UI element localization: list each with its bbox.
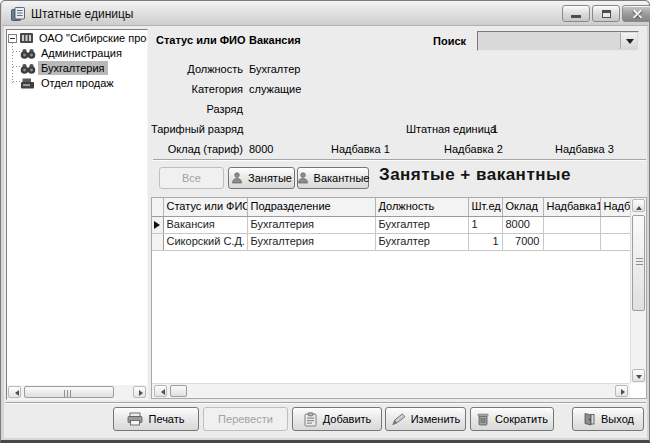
edit-button[interactable]: Изменить xyxy=(385,407,466,431)
bonus2-label: Надбавка 2 xyxy=(444,143,503,155)
tree-connector xyxy=(12,43,13,84)
cell-salary[interactable]: 8000 xyxy=(502,216,543,233)
table-row[interactable]: Сикорский С.Д. Бухгалтерия Бухгалтер 1 7… xyxy=(152,233,630,250)
grade-label: Разряд xyxy=(151,103,243,115)
cell-units[interactable]: 1 xyxy=(468,216,502,233)
cell-bonus2[interactable] xyxy=(600,233,630,250)
tree-item-label-selected: Бухгалтерия xyxy=(38,61,108,75)
cash-register-icon xyxy=(20,77,36,91)
staff-unit-label: Штатная единица xyxy=(406,123,496,135)
scroll-right-button[interactable] xyxy=(615,385,628,397)
scroll-left-button[interactable] xyxy=(8,386,21,398)
reduce-button[interactable]: Сократить xyxy=(470,407,554,431)
scroll-right-icon xyxy=(621,389,628,395)
column-header-units: Шт.ед. xyxy=(468,198,502,216)
scrollbar-thumb[interactable] xyxy=(170,385,187,397)
exit-door-icon xyxy=(582,412,596,426)
search-combobox[interactable] xyxy=(477,31,639,51)
exit-button[interactable]: Выход xyxy=(572,407,644,431)
status-field-value: Вакансия xyxy=(249,34,301,46)
filter-vacant-button[interactable]: Вакантные xyxy=(297,167,369,189)
scroll-left-icon xyxy=(12,390,19,396)
maximize-button[interactable] xyxy=(592,5,620,22)
tariff-grade-label: Тарифный разряд xyxy=(151,123,243,135)
category-label: Категория xyxy=(151,83,243,95)
position-label: Должность xyxy=(151,63,243,75)
bonus1-label: Надбавка 1 xyxy=(331,143,390,155)
add-label: Добавить xyxy=(323,413,372,425)
search-dropdown-button[interactable] xyxy=(620,33,637,49)
filter-busy-button[interactable]: Занятые xyxy=(228,167,295,189)
filter-result-header: Занятые + вакантные xyxy=(379,165,571,185)
scroll-up-icon xyxy=(636,203,642,210)
cell-salary[interactable]: 7000 xyxy=(502,233,543,250)
scroll-right-button[interactable] xyxy=(133,386,146,398)
scrollbar-thumb[interactable] xyxy=(632,215,645,311)
thumb-grip xyxy=(636,258,643,267)
column-header-position: Должность xyxy=(375,198,468,216)
clipboard-add-icon xyxy=(303,412,318,427)
transfer-button[interactable]: Перевести xyxy=(203,407,288,431)
cell-bonus1[interactable] xyxy=(543,216,600,233)
trash-icon xyxy=(476,412,490,426)
scroll-left-icon xyxy=(158,389,165,395)
thumb-grip xyxy=(64,390,73,397)
cell-department[interactable]: Бухгалтерия xyxy=(247,233,375,250)
scroll-down-icon xyxy=(636,375,642,382)
category-value: служащие xyxy=(249,83,301,95)
filter-all-button[interactable]: Все xyxy=(159,167,224,189)
tree-collapse-toggle[interactable] xyxy=(8,34,17,43)
add-button[interactable]: Добавить xyxy=(292,407,382,431)
grid-horizontal-scrollbar[interactable] xyxy=(152,383,630,398)
tree-connector xyxy=(13,81,20,82)
tree-horizontal-scrollbar[interactable] xyxy=(7,385,147,399)
transfer-label: Перевести xyxy=(218,413,273,425)
tree-item-label: Отдел продаж xyxy=(38,76,117,90)
tree-connector xyxy=(13,51,20,52)
cell-bonus1[interactable] xyxy=(543,233,600,250)
maximize-icon xyxy=(602,10,611,18)
row-selector-header xyxy=(152,198,163,216)
app-icon xyxy=(10,6,26,22)
tree-item-sales[interactable]: Отдел продаж xyxy=(20,76,117,91)
grid-header-row: Статус или ФИО Подразделение Должность Ш… xyxy=(152,198,630,216)
cell-bonus2[interactable] xyxy=(600,216,630,233)
salary-label: Оклад (тариф) xyxy=(151,143,243,155)
scroll-up-button[interactable] xyxy=(632,199,645,212)
tree-item-company[interactable]: ОАО "Сибирские прос xyxy=(19,31,148,46)
chevron-down-icon xyxy=(626,39,634,48)
cell-status[interactable]: Вакансия xyxy=(163,216,247,233)
close-button[interactable] xyxy=(622,5,650,22)
minimize-button[interactable] xyxy=(562,5,590,22)
cell-units[interactable]: 1 xyxy=(468,233,502,250)
row-marker-icon xyxy=(154,221,163,229)
divider xyxy=(153,159,646,161)
printer-icon xyxy=(127,412,143,426)
scroll-right-icon xyxy=(139,390,146,396)
department-tree: ОАО "Сибирские прос Администрация xyxy=(6,29,148,400)
filter-busy-label: Занятые xyxy=(248,172,292,184)
tree-item-accounting[interactable]: Бухгалтерия xyxy=(20,61,108,76)
scrollbar-thumb[interactable] xyxy=(24,386,114,398)
cell-status[interactable]: Сикорский С.Д. xyxy=(163,233,247,250)
grid-vertical-scrollbar[interactable] xyxy=(630,198,646,383)
scroll-down-button[interactable] xyxy=(632,369,645,382)
cell-department[interactable]: Бухгалтерия xyxy=(247,216,375,233)
pencil-icon xyxy=(391,413,406,426)
table-row[interactable]: Вакансия Бухгалтерия Бухгалтер 1 8000 xyxy=(152,216,630,233)
print-button[interactable]: Печать xyxy=(113,407,199,431)
organization-icon xyxy=(19,31,35,45)
cell-position[interactable]: Бухгалтер xyxy=(375,216,468,233)
cell-position[interactable]: Бухгалтер xyxy=(375,233,468,250)
client-area: ОАО "Сибирские прос Администрация xyxy=(4,26,647,438)
tree-item-administration[interactable]: Администрация xyxy=(20,46,125,61)
column-header-bonus1: Надбавка1 xyxy=(543,198,600,216)
search-label: Поиск xyxy=(433,35,466,47)
minimize-icon xyxy=(571,15,581,18)
column-header-bonus2: Надбавка2 xyxy=(600,198,630,216)
divider xyxy=(5,402,646,404)
bonus3-label: Надбавка 3 xyxy=(555,143,614,155)
print-label: Печать xyxy=(148,413,184,425)
scroll-left-button[interactable] xyxy=(154,385,167,397)
window-title: Штатные единицы xyxy=(31,7,133,21)
